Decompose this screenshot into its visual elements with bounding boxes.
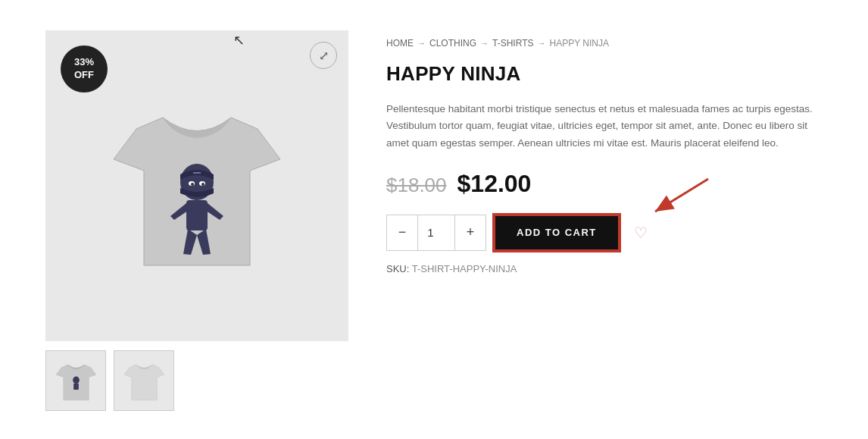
expand-image-button[interactable]: ⤢ bbox=[310, 42, 337, 69]
price-row: $18.00 $12.00 bbox=[386, 170, 823, 198]
original-price: $18.00 bbox=[386, 174, 447, 197]
quantity-input[interactable] bbox=[417, 215, 455, 250]
breadcrumb-arrow-2: → bbox=[480, 39, 489, 48]
product-details: HOME → CLOTHING → T-SHIRTS → HAPPY NINJA… bbox=[386, 30, 823, 274]
breadcrumb-tshirts[interactable]: T-SHIRTS bbox=[492, 38, 533, 49]
add-to-cart-button[interactable]: ADD TO CART bbox=[494, 215, 620, 251]
svg-point-4 bbox=[201, 183, 205, 186]
svg-point-3 bbox=[191, 183, 194, 186]
product-description: Pellentesque habitant morbi tristique se… bbox=[386, 101, 823, 152]
sku-value: T-SHIRT-HAPPY-NINJA bbox=[412, 263, 517, 274]
product-image-section: 33% OFF ⤢ bbox=[45, 30, 348, 411]
svg-rect-5 bbox=[186, 200, 208, 230]
quantity-wrapper: − + bbox=[386, 215, 486, 251]
thumbnail-1[interactable] bbox=[45, 350, 106, 411]
product-title: HAPPY NINJA bbox=[386, 62, 823, 86]
breadcrumb-clothing[interactable]: CLOTHING bbox=[429, 38, 476, 49]
quantity-decrease-button[interactable]: − bbox=[387, 215, 417, 250]
quantity-increase-button[interactable]: + bbox=[455, 215, 486, 250]
breadcrumb: HOME → CLOTHING → T-SHIRTS → HAPPY NINJA bbox=[386, 38, 823, 49]
breadcrumb-home[interactable]: HOME bbox=[386, 38, 414, 49]
sku-row: SKU: T-SHIRT-HAPPY-NINJA bbox=[386, 263, 823, 274]
sale-price: $12.00 bbox=[457, 170, 532, 198]
sku-label: SKU: bbox=[386, 263, 409, 274]
svg-rect-8 bbox=[73, 383, 79, 389]
main-product-image: 33% OFF ⤢ bbox=[45, 30, 348, 341]
add-to-cart-row: − + ADD TO CART ♡ bbox=[386, 215, 823, 251]
thumbnail-2[interactable] bbox=[114, 350, 174, 411]
breadcrumb-arrow-1: → bbox=[417, 39, 426, 48]
wishlist-button[interactable]: ♡ bbox=[627, 219, 654, 246]
svg-point-7 bbox=[73, 376, 80, 384]
discount-badge: 33% OFF bbox=[61, 45, 108, 93]
breadcrumb-arrow-3: → bbox=[537, 39, 545, 48]
breadcrumb-current: HAPPY NINJA bbox=[549, 38, 608, 49]
product-shirt-svg bbox=[114, 83, 280, 288]
thumbnail-row bbox=[45, 350, 348, 411]
